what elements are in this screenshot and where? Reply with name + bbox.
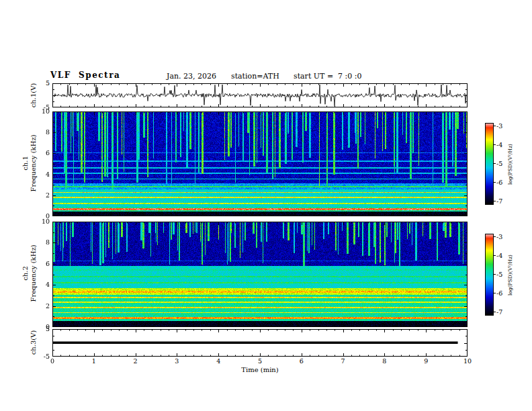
colorbar-tick-mark — [494, 293, 496, 293]
y-tick-label: 6 — [31, 261, 50, 267]
figure-start-ut: start UT = 7 :0 :0 — [294, 72, 362, 81]
y-tick-label: 2 — [31, 192, 50, 199]
y-tick-label: 5 — [31, 80, 50, 87]
ch2-spectrogram-axis-label: ch.2 Frequency (kHz) — [21, 220, 38, 327]
colorbar-tick-label: -7 — [496, 198, 507, 205]
x-tick-label: 2 — [130, 358, 141, 365]
colorbar-tick-mark — [494, 144, 496, 145]
x-tick-label: 5 — [255, 358, 265, 365]
ch2-colorbar — [485, 234, 494, 316]
ch2-spectrogram-panel — [52, 222, 468, 327]
x-tick-label: 4 — [213, 358, 224, 365]
ch1-waveform-panel — [52, 83, 468, 107]
colorbar-tick-mark — [494, 201, 496, 201]
colorbar-tick-label: -4 — [496, 253, 507, 259]
ch2-spectrogram-axis-label-line1: ch.2 — [21, 220, 30, 327]
y-tick-label: 10 — [31, 218, 50, 225]
y-tick-label: 8 — [31, 129, 50, 136]
figure-date: Jan. 23, 2026 — [167, 72, 216, 81]
y-tick-label: 4 — [31, 281, 50, 288]
ch2-colorbar-label: log(PSD)(V²/Hz) — [507, 246, 513, 304]
x-tick-label: 0 — [47, 358, 58, 365]
colorbar-tick-mark — [494, 312, 496, 312]
ch1-spectrogram-axis-label: ch.1 Frequency (kHz) — [21, 109, 38, 217]
y-tick-label: 8 — [31, 239, 50, 246]
colorbar-tick-label: -6 — [496, 179, 507, 186]
ch3-waveform-panel — [52, 329, 468, 357]
ch2-spectrogram-axis-label-line2: Frequency (kHz) — [30, 220, 38, 327]
ch1-spectrogram-axis-label-line2: Frequency (kHz) — [30, 109, 38, 217]
ch1-spectrogram-panel — [52, 111, 468, 216]
x-tick-label: 1 — [89, 358, 99, 365]
colorbar-tick-mark — [494, 274, 496, 275]
ch1-colorbar — [485, 123, 494, 205]
colorbar-tick-label: -6 — [496, 290, 507, 297]
y-tick-label: 4 — [31, 171, 50, 178]
y-tick-label: 10 — [31, 108, 50, 115]
colorbar-tick-mark — [494, 182, 496, 183]
colorbar-tick-label: -3 — [496, 234, 507, 240]
x-axis-label: Time (min) — [233, 366, 287, 373]
x-tick-label: 6 — [296, 358, 307, 365]
x-tick-label: 10 — [462, 358, 473, 365]
ch1-spectrogram-axis-label-line1: ch.1 — [21, 109, 30, 217]
colorbar-tick-label: -4 — [496, 142, 507, 148]
x-tick-label: 7 — [338, 358, 349, 365]
figure-station: station=ATH — [231, 72, 279, 81]
colorbar-tick-mark — [494, 126, 496, 126]
colorbar-tick-label: -5 — [496, 271, 507, 278]
y-tick-label: 2 — [31, 303, 50, 310]
colorbar-tick-label: -5 — [496, 161, 507, 167]
x-tick-label: 9 — [420, 358, 431, 365]
x-tick-label: 8 — [379, 358, 390, 365]
colorbar-tick-label: -3 — [496, 123, 507, 130]
colorbar-tick-mark — [494, 255, 496, 256]
y-tick-label: 5 — [31, 326, 50, 332]
x-tick-label: 3 — [171, 358, 182, 365]
colorbar-tick-mark — [494, 236, 496, 237]
colorbar-tick-mark — [494, 163, 496, 164]
ch1-colorbar-label: log(PSD)(V²/Hz) — [507, 136, 513, 193]
figure-title: VLF Spectra — [50, 71, 120, 80]
y-tick-label: 6 — [31, 150, 50, 156]
vlf-spectra-figure: VLF Spectra Jan. 23, 2026 station=ATH st… — [0, 0, 532, 411]
colorbar-tick-label: -7 — [496, 309, 507, 316]
